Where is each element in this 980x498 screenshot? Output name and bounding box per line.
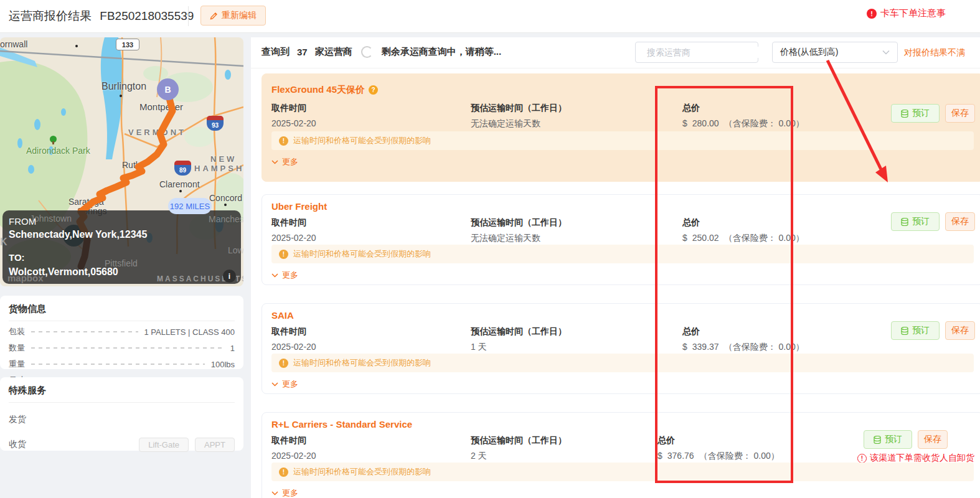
quotes-toolbar: 查询到 37 家运营商 剩余承运商查询中，请稍等... 价格(从低到高) 对报价 xyxy=(251,37,980,68)
cargo-row-quantity: 数量 1 xyxy=(9,342,235,354)
from-label: FROM xyxy=(9,216,36,227)
receive-service-row: 收货 Lift-Gate APPT xyxy=(9,436,235,453)
map-label-lowell: Lowe xyxy=(228,245,243,255)
receive-label: 收货 xyxy=(9,439,26,450)
book-button[interactable]: 预订 xyxy=(891,104,940,123)
map-info-icon[interactable]: i xyxy=(223,270,236,283)
cargo-info-card: 货物信息 包装 1 PALLETS | CLASS 400 数量 1 重量 10… xyxy=(0,296,243,369)
help-icon[interactable]: ? xyxy=(369,85,378,95)
title-divider xyxy=(188,6,189,26)
quote-results-page: 运营商报价结果 FB250218035539 重新编辑 ! 卡车下单注意事 xyxy=(0,0,980,498)
special-services-card: 特殊服务 发货 收货 Lift-Gate APPT xyxy=(0,377,243,451)
cargo-label: 数量 xyxy=(9,342,25,354)
carrier-search xyxy=(635,42,758,63)
more-toggle[interactable]: 更多 xyxy=(271,487,298,498)
price-column: 总价 $ 376.76 （含保险费： 0.00） xyxy=(657,435,780,462)
chevron-down-icon xyxy=(271,382,278,387)
sort-select[interactable]: 价格(从低到高) xyxy=(772,42,898,63)
book-button[interactable]: 预订 xyxy=(891,321,940,340)
cargo-row-weight: 重量 100lbs xyxy=(9,359,235,370)
distance-badge: 192 MILES xyxy=(168,198,212,214)
total-price: 339.37 xyxy=(692,342,719,352)
route-map[interactable]: ornwall 133 Burlington Montpelier VERMON… xyxy=(0,37,243,286)
holiday-warning: ! 运输时间和价格可能会受到假期的影响 xyxy=(271,463,974,481)
quote-card-flexground: FlexGround 45天保价 ? 取件时间 2025-02-20 预估运输时… xyxy=(261,73,980,182)
carrier-name: FlexGround 45天保价 ? xyxy=(271,84,378,96)
pickup-column: 取件时间 2025-02-20 xyxy=(271,435,316,461)
chevron-down-icon xyxy=(882,50,890,55)
chevron-down-icon xyxy=(271,160,278,164)
reedit-button[interactable]: 重新编辑 xyxy=(200,6,266,26)
total-price: 280.00 xyxy=(692,118,719,128)
to-address: Wolcott,Vermont,05680 xyxy=(9,266,118,278)
save-button[interactable]: 保存 xyxy=(918,430,948,449)
reedit-label: 重新编辑 xyxy=(222,10,257,21)
book-button[interactable]: 预订 xyxy=(864,430,912,449)
warning-icon: ! xyxy=(279,467,288,477)
map-label-manchester: Manchest xyxy=(209,214,243,224)
price-column: 总价 $ 280.00 （含保险费： 0.00） xyxy=(682,103,804,129)
feedback-link[interactable]: 对报价结果不满 xyxy=(904,47,965,59)
book-button[interactable]: 预订 xyxy=(891,212,940,231)
more-toggle[interactable]: 更多 xyxy=(271,156,298,167)
warning-icon: ! xyxy=(279,136,288,146)
insurance-note: （含保险费： 0.00） xyxy=(699,451,780,462)
sort-value: 价格(从低到高) xyxy=(780,47,838,58)
save-button[interactable]: 保存 xyxy=(945,212,975,231)
save-button[interactable]: 保存 xyxy=(945,104,975,123)
currency: $ xyxy=(682,233,687,243)
holiday-warning: ! 运输时间和价格可能会受到假期的影响 xyxy=(271,354,974,372)
order-number: FB250218035539 xyxy=(100,9,194,22)
search-input[interactable] xyxy=(646,47,761,58)
coins-icon xyxy=(901,218,908,226)
loading-text: 剩余承运商查询中，请稍等... xyxy=(382,46,502,58)
chevron-down-icon xyxy=(271,491,278,496)
ship-label: 发货 xyxy=(9,414,26,425)
cargo-value: 1 PALLETS | CLASS 400 xyxy=(144,327,235,337)
result-count: 37 xyxy=(297,47,308,57)
price-column: 总价 $ 339.37 （含保险费： 0.00） xyxy=(682,326,804,353)
total-price: 376.76 xyxy=(667,451,694,461)
appt-tag: APPT xyxy=(195,438,235,452)
total-price: 250.02 xyxy=(692,233,719,243)
truck-order-notice[interactable]: ! 卡车下单注意事 xyxy=(867,7,946,19)
more-toggle[interactable]: 更多 xyxy=(271,270,298,281)
pickup-column: 取件时间 2025-02-20 xyxy=(271,217,316,243)
from-address: Schenectady,New York,12345 xyxy=(9,229,147,240)
alert-icon: ! xyxy=(867,9,877,19)
cargo-title: 货物信息 xyxy=(9,303,235,321)
transit-column: 预估运输时间（工作日） 无法确定运输天数 xyxy=(471,217,567,244)
insurance-note: （含保险费： 0.00） xyxy=(724,118,804,129)
coins-icon xyxy=(901,110,908,118)
more-toggle[interactable]: 更多 xyxy=(271,378,298,390)
special-title: 特殊服务 xyxy=(9,385,235,403)
liftgate-tag: Lift-Gate xyxy=(139,438,189,452)
holiday-warning: ! 运输时间和价格可能会受到假期的影响 xyxy=(271,245,974,263)
warning-icon: ! xyxy=(279,250,288,259)
leader-dashes xyxy=(31,331,138,332)
insurance-note: （含保险费： 0.00） xyxy=(724,342,804,353)
coins-icon xyxy=(874,436,881,444)
carrier-name: R+L Carriers - Standard Service xyxy=(271,419,412,430)
save-button[interactable]: 保存 xyxy=(945,321,975,340)
page-title-text: 运营商报价结果 xyxy=(9,9,92,22)
loading-spinner-icon xyxy=(361,46,373,58)
ship-service-row: 发货 xyxy=(9,411,235,428)
currency: $ xyxy=(682,342,687,352)
carrier-name: SAIA xyxy=(271,310,294,321)
cargo-value: 1 xyxy=(230,344,235,353)
cargo-value: 100lbs xyxy=(211,360,235,369)
leader-dashes xyxy=(31,364,205,365)
result-suffix: 家运营商 xyxy=(315,46,352,58)
cargo-label: 包装 xyxy=(9,326,25,337)
transit-column: 预估运输时间（工作日） 2 天 xyxy=(471,435,567,462)
warning-icon: ! xyxy=(279,359,288,368)
pencil-icon xyxy=(210,12,218,20)
transit-column: 预估运输时间（工作日） 1 天 xyxy=(471,326,567,353)
to-label: TO: xyxy=(9,252,25,263)
chevron-down-icon xyxy=(271,273,278,278)
destination-marker-b: B xyxy=(157,78,179,100)
quote-card-uber-freight: Uber Freight 取件时间 2025-02-20 预估运输时间（工作日）… xyxy=(261,194,980,285)
top-bar: 运营商报价结果 FB250218035539 重新编辑 ! 卡车下单注意事 xyxy=(0,0,980,33)
result-summary: 查询到 37 家运营商 剩余承运商查询中，请稍等... xyxy=(261,46,501,58)
